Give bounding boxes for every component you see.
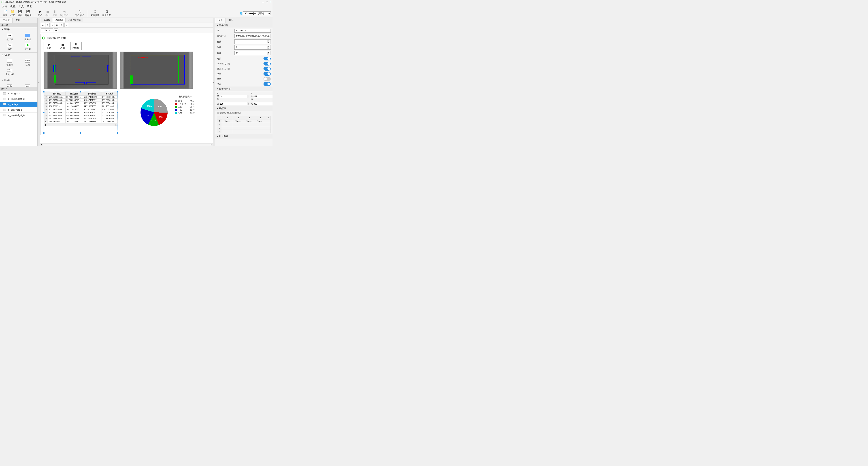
hierarchy-item[interactable]: m_widget_2 (0, 91, 37, 96)
resize-handle[interactable] (80, 91, 81, 92)
prop-x-spinner[interactable]: ▲▼ (220, 95, 249, 98)
image-widget-2[interactable]: ■■■■■ ■■■ (120, 52, 193, 89)
resize-handle[interactable] (80, 132, 81, 134)
dispset-button[interactable]: 🖥显示设置 (102, 9, 111, 17)
right-splitter[interactable]: ▶ (213, 18, 215, 146)
tool-label[interactable]: Text标签 (1, 42, 19, 52)
image-widget-1[interactable]: + (43, 52, 117, 89)
resize-handle[interactable] (117, 112, 118, 113)
tab-toolbox[interactable]: 工具箱 (0, 18, 13, 23)
section-refresh[interactable]: 刷新条件 (215, 134, 273, 139)
properties-panel: 属性 事件 表格信息 id 表头标题 行数▲▼ 列数▲▼ 行高▲▼ 可用 水平表… (215, 18, 273, 146)
resize-handle[interactable] (117, 91, 118, 92)
tool-toolbutton[interactable]: Tool Button工具按钮 (1, 67, 19, 77)
design-canvas[interactable]: Customize Title ▶Run ◼Stop ⏸Pause (40, 34, 212, 135)
close-button[interactable]: ✕ (270, 1, 272, 3)
maximize-button[interactable]: ▢ (266, 1, 268, 3)
tool-combobox[interactable]: combo组合框 (1, 83, 19, 87)
left-splitter[interactable]: ◀ (38, 18, 40, 146)
resize-handle[interactable] (43, 112, 44, 113)
pie-title: 叠片缺陷统计 (175, 95, 195, 98)
section-input[interactable]: 输入框 (0, 78, 37, 83)
prop-w-spinner[interactable]: ▲▼ (220, 103, 249, 105)
tab-properties[interactable]: 属性 (215, 18, 226, 23)
align-hcenter-button[interactable]: ⊟ (45, 23, 50, 27)
legend-item: 压痕12.7% (175, 106, 195, 108)
tab-events[interactable]: 事件 (225, 18, 236, 23)
pause-button[interactable]: ⏸暂停 (53, 9, 57, 17)
tool-runbox[interactable]: ▶◼运行框 (1, 33, 19, 42)
hierarchy-item[interactable]: m_table_4 (0, 102, 37, 107)
runmode-button[interactable]: ⇅运行模式 (75, 9, 84, 17)
prop-h-spinner[interactable]: ▲▼ (253, 103, 273, 105)
tool-lineedit[interactable]: AB|线编辑框 (19, 83, 37, 87)
saveas-button[interactable]: 💾另存为 (25, 9, 31, 17)
menu-help[interactable]: 帮助 (27, 5, 32, 8)
prop-rowh-spinner[interactable]: ▲▼ (235, 51, 271, 55)
table-widget[interactable]: 叠片长度叠片宽度极耳长度极耳宽度2731.97553055...997.9859… (43, 92, 118, 133)
section-possize[interactable]: 位置与大小 (215, 87, 273, 91)
prop-rows-spinner[interactable]: ▲▼ (235, 39, 271, 44)
tab-uidesigner[interactable]: UI设计器 (52, 18, 66, 22)
tab-mainflow[interactable]: 主流程 (41, 18, 53, 22)
center-h-scrollbar[interactable]: ◀▶ (40, 144, 213, 146)
language-select[interactable]: Chinese|中文(简体) (243, 11, 271, 16)
title-bar: SciSmart - D:/SciSmart3.0方案/叠片测量、检测-中文版.… (0, 0, 273, 4)
add-page-button[interactable]: + (54, 28, 58, 32)
app-logo-icon (1, 1, 3, 3)
tab-resources[interactable]: 资源 (12, 18, 23, 23)
menu-file[interactable]: 文件 (2, 5, 7, 8)
tool-imagebox[interactable]: 图像框 (19, 33, 37, 42)
align-left-button[interactable]: ⊏ (41, 23, 45, 27)
tab-uiscript[interactable]: UI脚本编辑器 (65, 18, 83, 22)
prop-id-input[interactable] (235, 29, 271, 33)
section-datasrc[interactable]: 数据源 (215, 106, 273, 111)
hierarchy-item[interactable]: m_imgWidget_3 (0, 96, 37, 102)
resize-handle[interactable] (43, 132, 44, 134)
align-vcenter-button[interactable]: ⊞ (60, 23, 64, 27)
section-button[interactable]: 按钮组 (0, 53, 37, 57)
pie-chart-widget[interactable]: 25.3%19%12.7%22.8%20.2% 叠片缺陷统计 划伤25.3%干料… (121, 92, 206, 133)
datasrc-hint: ※双击单元格以设置数据源 (215, 111, 273, 115)
canvas-pause-button[interactable]: ⏸Pause (70, 41, 82, 50)
table-h-scrollbar[interactable]: ◀▶ (44, 123, 118, 126)
legend-item: 其他20.2% (175, 111, 195, 114)
prop-enable-toggle[interactable] (264, 57, 271, 60)
prop-sync-toggle[interactable] (264, 82, 271, 86)
prop-grid-toggle[interactable] (264, 72, 271, 76)
prop-hheader-toggle[interactable] (264, 62, 271, 65)
align-bottom-button[interactable]: ⊔ (64, 23, 68, 27)
save-button[interactable]: 💾保存 (18, 9, 22, 17)
prop-alt-toggle[interactable] (264, 77, 271, 81)
canvas-stop-button[interactable]: ◼Stop (57, 41, 68, 50)
page-tab-main[interactable]: Main (41, 28, 53, 32)
hierarchy-item[interactable]: m_pieChart_5 (0, 107, 37, 113)
step-button[interactable]: ⏭单步运行 (60, 9, 68, 17)
stop-button[interactable]: ◼停止 (45, 9, 50, 17)
section-display[interactable]: 显示框 (0, 27, 37, 32)
prop-cols-spinner[interactable]: ▲▼ (235, 45, 271, 50)
datasrc-table[interactable]: 12345 1Vars...Vars...Vars...Vars... 2 3 … (217, 116, 271, 133)
section-tableinfo[interactable]: 表格信息 (215, 23, 273, 28)
new-button[interactable]: 📄新建 (3, 9, 8, 17)
hierarchy-item[interactable]: m_imgWidget_6 (0, 113, 37, 118)
menu-settings[interactable]: 设置 (10, 5, 16, 8)
open-button[interactable]: 📁打开 (10, 9, 15, 17)
canvas-run-button[interactable]: ▶Run (43, 41, 55, 50)
hierarchy-panel: Main m_widget_2m_imgWidget_3m_table_4m_p… (0, 87, 37, 147)
prop-header-input[interactable] (235, 34, 271, 38)
run-button[interactable]: ▶运行 (38, 9, 42, 17)
customize-title: Customize Title (46, 36, 66, 39)
tool-checkbox[interactable]: ✓复选框 (1, 58, 19, 67)
varset-button[interactable]: ⚙变量设置 (91, 9, 99, 17)
minimize-button[interactable]: — (262, 1, 264, 3)
align-right-button[interactable]: ⊐ (50, 23, 54, 27)
menu-tools[interactable]: 工具 (19, 5, 24, 8)
align-top-button[interactable]: ⊓ (55, 23, 59, 27)
resize-handle[interactable] (117, 132, 118, 134)
resize-handle[interactable] (43, 91, 44, 92)
prop-vheader-toggle[interactable] (264, 67, 271, 70)
tool-button[interactable]: Button按钮 (19, 58, 37, 67)
prop-y-spinner[interactable]: ▲▼ (253, 95, 273, 98)
tool-signal[interactable]: 信号灯 (19, 42, 37, 52)
